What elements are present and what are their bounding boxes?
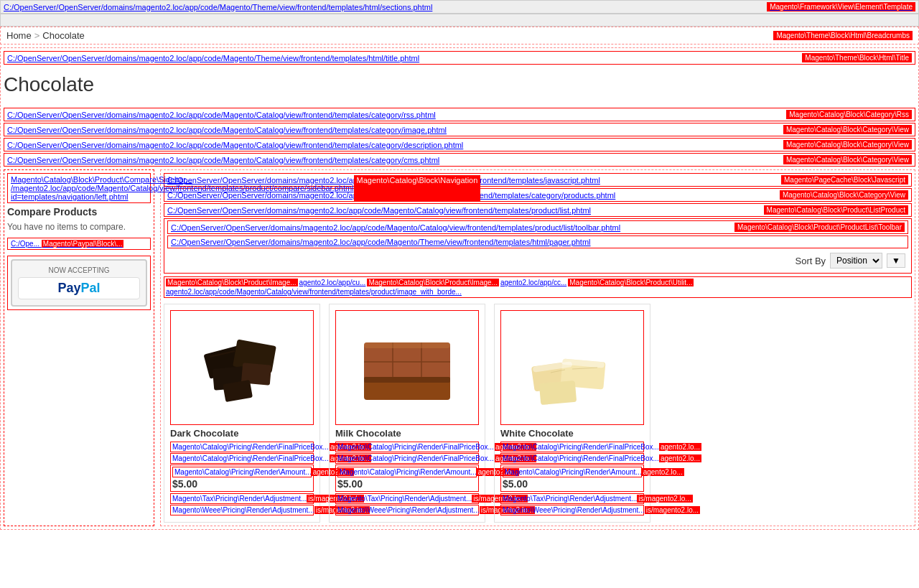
milk-chocolate-visual (336, 311, 478, 424)
breadcrumb: Home > Chocolate (6, 30, 85, 41)
sort-by-select[interactable]: Position Name Price (830, 253, 882, 269)
price-amount-file-dark: Magento\Catalog\Pricing\Render\Amount... (174, 468, 312, 476)
white-chocolate-visual (501, 311, 643, 424)
price-debug-white-2: Magento\Catalog\Pricing\Render\FinalPric… (500, 453, 644, 464)
breadcrumb-current: Chocolate (42, 30, 85, 41)
main-content: C:/OpenServer/OpenServer/domains/magento… (160, 169, 915, 526)
milk-chocolate-svg (353, 321, 461, 414)
price-debug-class-white-2: agento2.lo... (659, 454, 701, 462)
paypal-debug-file: C:/Ope... Magento\Paypal\Block\... (11, 240, 123, 248)
paypal-now-accepting: NOW ACCEPTING (18, 266, 140, 274)
cms-file: C:/OpenServer/OpenServer/domains/magento… (7, 156, 439, 164)
sort-direction-button[interactable]: ▼ (887, 253, 905, 268)
price-amount-debug-milk: Magento\Catalog\Pricing\Render\Amount...… (337, 467, 477, 477)
tax-file-dark: Magento\Tax\Pricing\Render\Adjustment... (172, 495, 307, 503)
weee-debug-white: Magento\Weee\Pricing\Render\Adjustment..… (500, 505, 644, 515)
tax-debug-milk: Magento\Tax\Pricing\Render\Adjustment...… (335, 493, 479, 504)
dark-chocolate-visual (171, 311, 313, 424)
desc-class: Magento\Catalog\Block\Category\View (783, 140, 912, 149)
paypal-box: NOW ACCEPTING PayPal (11, 259, 147, 307)
page-title: Chocolate (4, 67, 915, 108)
price-box-white: Magento\Catalog\Pricing\Render\Amount...… (500, 465, 644, 492)
sort-by-area: Sort By Position Name Price ▼ (795, 253, 905, 269)
content-area: Magento\Catalog\Block\Product\Compare\Si… (4, 169, 915, 526)
title-debug-bar: C:/OpenServer/OpenServer/domains/magento… (4, 51, 915, 65)
breadcrumb-home[interactable]: Home (6, 30, 32, 41)
image-debug-row: C:/OpenServer/OpenServer/domains/magento… (4, 123, 915, 136)
weee-file-dark: Magento\Weee\Pricing\Render\Adjustment..… (172, 506, 314, 514)
product-name-milk: Milk Chocolate (335, 428, 479, 439)
price-debug-class-white-1: agento2.lo... (659, 443, 701, 451)
svg-rect-13 (364, 377, 450, 383)
price-white: $5.00 (503, 478, 642, 490)
toolbar-debug-row: C:/OpenServer/OpenServer/domains/magento… (167, 220, 908, 234)
top-debug-bar: C:/OpenServer/OpenServer/domains/magento… (0, 0, 919, 14)
sidebar-debug-header: Magento\Catalog\Block\Product\Compare\Si… (7, 173, 151, 203)
pager-file: C:/OpenServer/OpenServer/domains/magento… (171, 238, 591, 246)
image-file: C:/OpenServer/OpenServer/domains/magento… (7, 126, 447, 134)
product-name-dark: Dark Chocolate (170, 428, 314, 439)
spacer-bar (0, 14, 919, 27)
price-amount-debug-white: Magento\Catalog\Pricing\Render\Amount...… (503, 467, 642, 477)
pagecache-class: Magento\PageCache\Block\Javascript (781, 175, 908, 185)
product-list-debug-row: C:/OpenServer/OpenServer/domains/magento… (164, 203, 912, 217)
cms-debug-row: C:/OpenServer/OpenServer/domains/magento… (4, 153, 915, 167)
pager-class (899, 241, 905, 243)
weee-file-white: Magento\Weee\Pricing\Render\Adjustment..… (503, 506, 645, 514)
price-box-dark: Magento\Catalog\Pricing\Render\Amount...… (170, 465, 314, 492)
paypal-logo-span: Pal (81, 281, 101, 295)
dark-chocolate-svg (192, 321, 292, 414)
desc-file: C:/OpenServer/OpenServer/domains/magento… (7, 141, 463, 149)
product-image-dark-chocolate (170, 310, 314, 425)
product-image-debug-3: Magento\Catalog\Block\Product\Utilit... (568, 279, 694, 286)
tax-file-white: Magento\Tax\Pricing\Render\Adjustment... (503, 495, 637, 503)
products-grid: Dark Chocolate Magento\Catalog\Pricing\R… (164, 304, 912, 523)
product-image-debug-file-2: agento2.loc/app/cc... (500, 279, 566, 286)
price-debug-file-milk-2: Magento\Catalog\Pricing\Render\FinalPric… (337, 454, 494, 462)
product-image-debug-file-3: agento2.loc/app/code/Magento/Catalog/vie… (166, 288, 462, 296)
price-amount-file-milk: Magento\Catalog\Pricing\Render\Amount... (340, 468, 477, 476)
price-debug-file-milk-1: Magento\Catalog\Pricing\Render\FinalPric… (337, 443, 494, 451)
svg-rect-16 (539, 381, 577, 405)
price-debug-dark-1: Magento\Catalog\Pricing\Render\FinalPric… (170, 442, 314, 452)
product-list-file: C:/OpenServer/OpenServer/domains/magento… (167, 206, 591, 215)
paypal-logo: PayPal (18, 277, 140, 299)
sidebar-debug-class: Magento\Catalog\Block\Navigation (354, 175, 481, 201)
breadcrumb-separator: > (34, 30, 40, 41)
price-debug-file-white-1: Magento\Catalog\Pricing\Render\FinalPric… (503, 443, 659, 451)
price-debug-dark-2: Magento\Catalog\Pricing\Render\FinalPric… (170, 453, 314, 464)
category-debug-rows: C:/OpenServer/OpenServer/domains/magento… (4, 108, 915, 167)
toolbar-class: Magento\Catalog\Block\Product\ProductLis… (734, 223, 905, 232)
title-debug-file: C:/OpenServer/OpenServer/domains/magento… (7, 54, 419, 62)
image-class: Magento\Catalog\Block\Category\View (783, 125, 912, 134)
price-debug-file-dark-1: Magento\Catalog\Pricing\Render\FinalPric… (172, 443, 329, 451)
top-debug-class: Magento\Framework\View\Element\Template (767, 2, 915, 11)
product-image-debug-2: Magento\Catalog\Block\Product\Image... (367, 279, 499, 286)
product-image-debug-area: Magento\Catalog\Block\Product\Image... a… (164, 276, 912, 298)
tax-debug-dark: Magento\Tax\Pricing\Render\Adjustment...… (170, 493, 314, 504)
sidebar-debug-file: Magento\Catalog\Block\Product\Compare\Si… (11, 175, 354, 201)
sort-by-label: Sort By (795, 256, 826, 266)
price-debug-file-white-2: Magento\Catalog\Pricing\Render\FinalPric… (503, 454, 659, 462)
compare-products-empty: You have no items to compare. (7, 222, 151, 232)
product-list-class: Magento\Catalog\Block\Product\ListProduc… (764, 205, 908, 215)
price-debug-milk-1: Magento\Catalog\Pricing\Render\FinalPric… (335, 442, 479, 452)
cms-class: Magento\Catalog\Block\Category\View (783, 155, 912, 164)
product-image-debug-1: Magento\Catalog\Block\Product\Image... (166, 279, 298, 286)
weee-debug-dark: Magento\Weee\Pricing\Render\Adjustment..… (170, 505, 314, 515)
price-dark: $5.00 (172, 478, 312, 490)
weee-debug-milk: Magento\Weee\Pricing\Render\Adjustment..… (335, 505, 479, 515)
paypal-debug-class-inline: Magento\Paypal\Block\... (42, 240, 124, 248)
product-image-debug-file-1: agento2.loc/app/cu... (299, 279, 366, 286)
rss-file: C:/OpenServer/OpenServer/domains/magento… (7, 111, 436, 119)
price-debug-file-dark-2: Magento\Catalog\Pricing\Render\FinalPric… (172, 454, 329, 462)
price-debug-milk-2: Magento\Catalog\Pricing\Render\FinalPric… (335, 453, 479, 464)
products-class: Magento\Catalog\Block\Category\View (780, 190, 908, 200)
product-image-white-chocolate (500, 310, 644, 425)
paypal-section: NOW ACCEPTING PayPal (7, 256, 151, 310)
price-box-milk: Magento\Catalog\Pricing\Render\Amount...… (335, 465, 479, 492)
product-item-milk-chocolate: Milk Chocolate Magento\Catalog\Pricing\R… (329, 304, 485, 523)
breadcrumb-bar: Home > Chocolate Magento\Theme\Block\Htm… (0, 27, 919, 45)
weee-class-white: is/magento2.lo... (645, 506, 700, 514)
compare-products-title: Compare Products (7, 206, 151, 218)
